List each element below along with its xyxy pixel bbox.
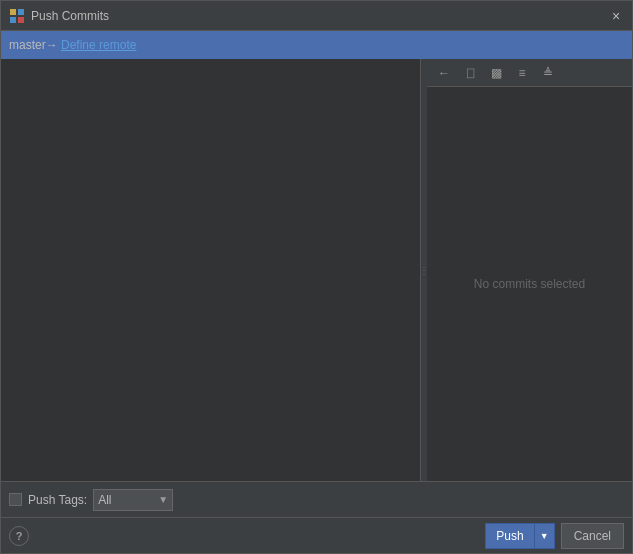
toolbar-copy-button[interactable]: ⎕ xyxy=(459,62,481,84)
branch-name: master xyxy=(9,38,46,52)
svg-rect-3 xyxy=(18,17,24,23)
dropdown-arrow-icon: ▼ xyxy=(158,494,168,505)
toolbar-grid-button[interactable]: ▩ xyxy=(485,62,507,84)
push-tags-checkbox[interactable] xyxy=(9,493,22,506)
toolbar-list-button[interactable]: ≡ xyxy=(511,62,533,84)
main-panels: ← ⎕ ▩ ≡ ≜ No co xyxy=(1,59,632,481)
svg-rect-2 xyxy=(10,17,16,23)
close-button[interactable]: × xyxy=(608,8,624,24)
filter-icon: ≜ xyxy=(543,66,553,80)
bottom-bar: Push Tags: All ▼ xyxy=(1,481,632,517)
cancel-button[interactable]: Cancel xyxy=(561,523,624,549)
branch-arrow: → xyxy=(46,38,58,52)
copy-icon: ⎕ xyxy=(467,66,474,80)
push-button-label: Push xyxy=(486,524,534,548)
tags-dropdown[interactable]: All ▼ xyxy=(93,489,173,511)
window-title: Push Commits xyxy=(31,9,109,23)
define-remote-link[interactable]: Define remote xyxy=(61,38,136,52)
app-icon xyxy=(9,8,25,24)
toolbar-back-button[interactable]: ← xyxy=(433,62,455,84)
svg-rect-1 xyxy=(18,9,24,15)
footer-bar: ? Push ▼ Cancel xyxy=(1,517,632,553)
title-bar: Push Commits × xyxy=(1,1,632,31)
toolbar-filter-button[interactable]: ≜ xyxy=(537,62,559,84)
push-dropdown-arrow-icon[interactable]: ▼ xyxy=(535,524,554,548)
right-toolbar: ← ⎕ ▩ ≡ ≜ xyxy=(427,59,632,87)
dropdown-value: All xyxy=(98,493,154,507)
no-commits-label: No commits selected xyxy=(474,277,585,291)
help-button[interactable]: ? xyxy=(9,526,29,546)
title-bar-left: Push Commits xyxy=(9,8,109,24)
left-panel xyxy=(1,59,421,481)
push-tags-label: Push Tags: xyxy=(28,493,87,507)
list-icon: ≡ xyxy=(518,66,525,80)
back-icon: ← xyxy=(438,66,450,80)
footer-buttons: Push ▼ Cancel xyxy=(485,523,624,549)
svg-rect-0 xyxy=(10,9,16,15)
content-area: master → Define remote ← ⎕ xyxy=(1,31,632,517)
right-content: No commits selected xyxy=(427,87,632,481)
push-button[interactable]: Push ▼ xyxy=(485,523,554,549)
branch-bar: master → Define remote xyxy=(1,31,632,59)
right-panel: ← ⎕ ▩ ≡ ≜ No co xyxy=(427,59,632,481)
grid-icon: ▩ xyxy=(491,66,502,80)
main-window: Push Commits × master → Define remote xyxy=(0,0,633,554)
